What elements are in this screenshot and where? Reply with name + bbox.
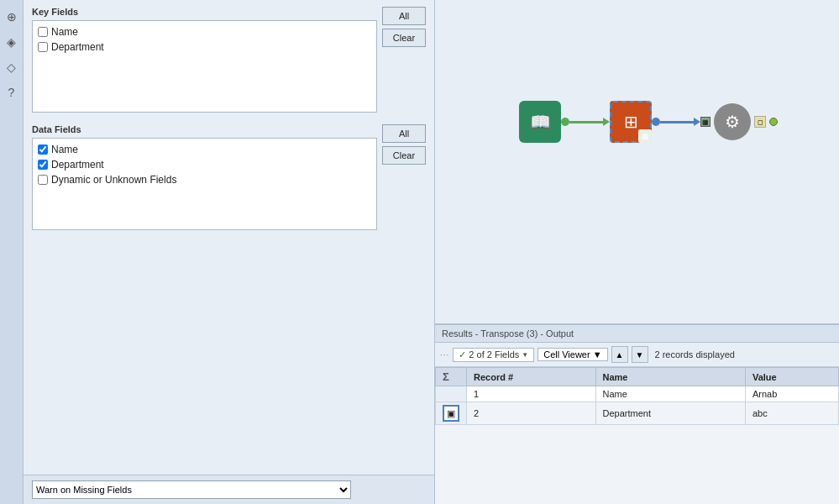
- transpose-icon: ⊞: [624, 112, 638, 132]
- data-field-dept-checkbox[interactable]: [38, 160, 48, 170]
- table-header-row: Σ Record # Name Value: [436, 368, 839, 386]
- node-gear[interactable]: ⚙: [714, 103, 751, 140]
- results-header: Results - Transpose (3) - Output: [435, 325, 839, 343]
- table-row: 1NameArnab: [436, 386, 839, 402]
- fields-badge[interactable]: ✓ 2 of 2 Fields ▼: [453, 348, 534, 362]
- col-icon-header: Σ: [436, 368, 467, 386]
- nav-down-button[interactable]: ▼: [632, 346, 648, 363]
- row-value: abc: [745, 402, 838, 425]
- node-transpose[interactable]: ⊞ ▦: [610, 101, 652, 143]
- sidebar-icon-shape[interactable]: ◈: [3, 34, 20, 50]
- workflow: 📖 ⊞ ▦ ▦ ⚙: [519, 101, 778, 143]
- key-field-name-label[interactable]: Name: [51, 26, 78, 38]
- data-field-dynamic-label[interactable]: Dynamic or Unknown Fields: [51, 174, 176, 186]
- fields-count: 2 of 2 Fields: [469, 349, 519, 360]
- warn-select[interactable]: Warn on Missing Fields Error on Missing …: [32, 480, 351, 499]
- gear-icon: ⚙: [725, 112, 740, 132]
- green-dot: [561, 118, 569, 126]
- node-sub-icon: ▦: [638, 129, 652, 143]
- data-fields-container: Data Fields Name Department Dynamic or U…: [32, 124, 377, 234]
- key-fields-label: Key Fields: [32, 7, 377, 17]
- sidebar-icon-tag[interactable]: ◇: [3, 59, 20, 76]
- row-name: Name: [595, 386, 745, 402]
- data-fields-box: Name Department Dynamic or Unknown Field…: [32, 138, 377, 230]
- results-toolbar: ··· ✓ 2 of 2 Fields ▼ Cell Viewer ▼ ▲ ▼ …: [435, 343, 839, 367]
- sidebar-icon-help[interactable]: ?: [3, 84, 20, 101]
- data-field-dept-row: Department: [38, 157, 371, 172]
- viewer-arrow: ▼: [593, 349, 602, 360]
- viewer-button[interactable]: Cell Viewer ▼: [537, 348, 607, 361]
- data-fields-clear-button[interactable]: Clear: [382, 146, 426, 165]
- book-icon: 📖: [530, 112, 551, 132]
- key-fields-section: Key Fields Name Department All Clear: [32, 7, 426, 116]
- data-field-dept-label[interactable]: Department: [51, 159, 104, 171]
- data-fields-label: Data Fields: [32, 124, 377, 134]
- key-field-dept-label[interactable]: Department: [51, 41, 104, 53]
- row-num: 1: [467, 386, 596, 402]
- config-area: Key Fields Name Department All Clear: [24, 0, 434, 475]
- check-icon: ✓: [459, 349, 466, 360]
- row-name: Department: [595, 402, 745, 425]
- results-panel: Results - Transpose (3) - Output ··· ✓ 2…: [435, 323, 839, 504]
- data-fields-buttons: All Clear: [382, 124, 426, 165]
- row-num: 2: [467, 402, 596, 425]
- right-panel: 📖 ⊞ ▦ ▦ ⚙: [435, 0, 839, 504]
- node-book[interactable]: 📖: [519, 101, 561, 143]
- blue-line: [660, 121, 694, 123]
- data-fields-all-button[interactable]: All: [382, 124, 426, 143]
- bottom-bar: Warn on Missing Fields Error on Missing …: [24, 475, 434, 504]
- sigma-icon: Σ: [443, 370, 449, 383]
- sidebar-icon-add[interactable]: ⊕: [3, 8, 20, 25]
- key-fields-container: Key Fields Name Department: [32, 7, 377, 116]
- output-indicator: ◻: [754, 116, 766, 128]
- data-field-dynamic-row: Dynamic or Unknown Fields: [38, 172, 371, 187]
- col-value-header: Value: [745, 368, 838, 386]
- toolbar-dots: ···: [440, 350, 449, 360]
- table-row: ▣2Departmentabc: [436, 402, 839, 425]
- connector-green: [561, 118, 610, 126]
- output-group: ▦ ⚙ ◻: [700, 103, 778, 140]
- data-field-dynamic-checkbox[interactable]: [38, 175, 48, 185]
- blue-dot: [652, 118, 660, 126]
- sidebar: ⊕ ◈ ◇ ?: [0, 0, 24, 504]
- green-arrow: [603, 118, 610, 126]
- green-output-dot: [769, 118, 778, 126]
- key-fields-box: Name Department: [32, 20, 377, 113]
- connector-blue-group: [652, 118, 700, 126]
- key-fields-all-button[interactable]: All: [382, 7, 426, 25]
- data-fields-section: Data Fields Name Department Dynamic or U…: [32, 124, 426, 234]
- data-field-name-row: Name: [38, 142, 371, 157]
- row-value: Arnab: [745, 386, 838, 402]
- data-field-name-checkbox[interactable]: [38, 144, 48, 155]
- viewer-label: Cell Viewer: [543, 349, 590, 360]
- key-fields-buttons: All Clear: [382, 7, 426, 47]
- nav-up-button[interactable]: ▲: [611, 346, 628, 363]
- results-table-wrap: Σ Record # Name Value 1NameArnab▣2Depart…: [435, 367, 839, 504]
- fields-dropdown-arrow: ▼: [522, 351, 528, 359]
- blue-arrow: [694, 118, 700, 126]
- key-field-name-checkbox[interactable]: [38, 27, 48, 37]
- row-selector[interactable]: ▣: [443, 405, 459, 422]
- results-table: Σ Record # Name Value 1NameArnab▣2Depart…: [435, 367, 839, 425]
- canvas-area[interactable]: 📖 ⊞ ▦ ▦ ⚙: [435, 0, 839, 323]
- row-icon-cell: [436, 386, 467, 402]
- green-line: [569, 121, 603, 123]
- col-record-header: Record #: [467, 368, 596, 386]
- key-fields-clear-button[interactable]: Clear: [382, 29, 426, 47]
- data-field-name-label[interactable]: Name: [51, 144, 78, 155]
- output-box: ▦: [700, 117, 711, 127]
- key-field-name-row: Name: [38, 24, 371, 39]
- records-count: 2 records displayed: [655, 349, 735, 360]
- left-panel: Key Fields Name Department All Clear: [24, 0, 435, 504]
- key-field-dept-row: Department: [38, 39, 371, 55]
- row-icon-cell: ▣: [436, 402, 467, 425]
- col-name-header: Name: [595, 368, 745, 386]
- key-field-dept-checkbox[interactable]: [38, 42, 48, 52]
